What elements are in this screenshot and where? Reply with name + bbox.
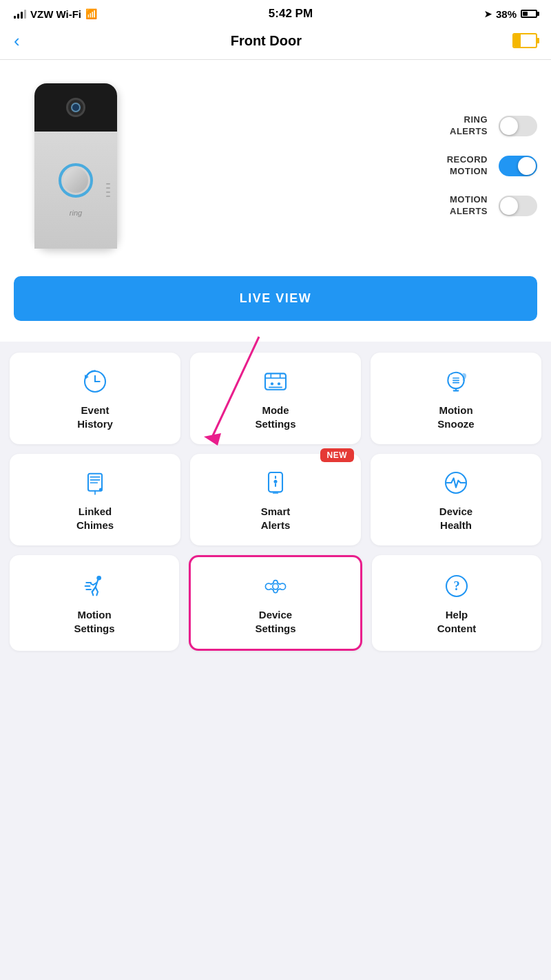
device-section: ring RINGALERTS RECORDMOTION MOTIONALERT… xyxy=(0,60,551,276)
svg-point-6 xyxy=(271,382,273,385)
ring-alerts-row: RINGALERTS xyxy=(450,114,537,138)
wifi-icon: 📶 xyxy=(85,8,97,19)
smart-alerts-label: SmartAlerts xyxy=(261,505,291,532)
motion-alerts-row: MOTIONALERTS xyxy=(450,194,537,218)
device-settings-label: DeviceSettings xyxy=(255,608,295,635)
help-content-label: HelpContent xyxy=(437,608,477,635)
motion-snooze-label: MotionSnooze xyxy=(437,404,474,430)
svg-point-18 xyxy=(99,488,103,492)
svg-point-22 xyxy=(274,480,278,483)
motion-snooze-card[interactable]: MotionSnooze xyxy=(371,353,541,444)
linked-chimes-card[interactable]: LinkedChimes xyxy=(10,454,180,545)
doorbell-brand: ring xyxy=(70,209,82,217)
record-motion-toggle[interactable] xyxy=(499,156,537,176)
event-history-card[interactable]: EventHistory xyxy=(10,353,180,444)
ring-alerts-label: RINGALERTS xyxy=(450,114,488,138)
record-motion-knob xyxy=(518,157,536,175)
health-icon xyxy=(442,469,470,497)
device-settings-card[interactable]: DeviceSettings xyxy=(189,555,362,651)
status-left: VZW Wi-Fi 📶 xyxy=(14,8,97,20)
mode-settings-card[interactable]: ModeSettings xyxy=(190,353,361,444)
carrier-label: VZW Wi-Fi xyxy=(30,8,81,20)
device-image: ring xyxy=(14,76,138,256)
doorbell-lens xyxy=(71,103,81,112)
motion-alerts-knob xyxy=(500,197,518,215)
ring-alerts-knob xyxy=(500,117,518,135)
doorbell-button xyxy=(59,163,93,198)
toggles-section: RINGALERTS RECORDMOTION MOTIONALERTS xyxy=(447,114,537,217)
ring-doorbell-image: ring xyxy=(34,83,117,249)
battery-percent: 38% xyxy=(496,8,517,20)
status-bar: VZW Wi-Fi 📶 5:42 PM ➤ 38% xyxy=(0,0,551,25)
linked-chimes-label: LinkedChimes xyxy=(76,505,114,532)
status-right: ➤ 38% xyxy=(484,8,537,20)
back-button[interactable]: ‹ xyxy=(14,32,20,50)
record-motion-row: RECORDMOTION xyxy=(447,154,537,178)
battery-icon xyxy=(521,10,537,18)
help-icon: ? xyxy=(443,572,470,600)
mode-settings-icon xyxy=(262,368,289,395)
svg-point-32 xyxy=(273,584,278,590)
doorbell-button-inner xyxy=(63,168,88,193)
live-view-button[interactable]: LIVE VIEW xyxy=(14,276,537,321)
help-content-card[interactable]: ? HelpContent xyxy=(372,555,541,651)
svg-text:?: ? xyxy=(453,579,459,593)
device-health-label: DeviceHealth xyxy=(439,505,472,532)
gear-icon xyxy=(262,572,289,600)
svg-point-28 xyxy=(96,576,101,581)
motion-alerts-label: MOTIONALERTS xyxy=(450,194,488,218)
grid-row-3: MotionSettings DeviceSettings ? HelpCont… xyxy=(10,555,541,651)
smart-alerts-icon xyxy=(262,469,289,497)
smart-alerts-card[interactable]: NEW SmartAlerts xyxy=(190,454,361,545)
history-icon xyxy=(81,368,109,395)
new-badge: NEW xyxy=(320,448,355,462)
motion-settings-label: MotionSettings xyxy=(74,608,114,635)
doorbell-top xyxy=(34,83,117,132)
doorbell-vents xyxy=(106,183,110,197)
status-time: 5:42 PM xyxy=(269,7,313,21)
grid-row-2: LinkedChimes NEW SmartAlerts xyxy=(10,454,541,545)
grid-row-1: EventHistory ModeSettings xyxy=(10,353,541,444)
doorbell-body: ring xyxy=(34,132,117,249)
nav-bar: ‹ Front Door xyxy=(0,25,551,60)
doorbell-camera xyxy=(66,98,85,117)
chimes-icon xyxy=(81,469,109,497)
mode-settings-label: ModeSettings xyxy=(255,404,295,430)
svg-point-7 xyxy=(278,382,280,385)
motion-alerts-toggle[interactable] xyxy=(499,196,537,216)
device-battery-indicator xyxy=(512,33,537,48)
ring-alerts-toggle[interactable] xyxy=(499,116,537,136)
grid-section: EventHistory ModeSettings xyxy=(0,342,551,662)
signal-bars xyxy=(14,9,26,19)
motion-icon xyxy=(81,572,108,600)
device-health-card[interactable]: DeviceHealth xyxy=(371,454,541,545)
location-icon: ➤ xyxy=(484,9,492,19)
record-motion-label: RECORDMOTION xyxy=(447,154,488,178)
live-view-section: LIVE VIEW xyxy=(0,276,551,342)
motion-settings-card[interactable]: MotionSettings xyxy=(10,555,179,651)
event-history-label: EventHistory xyxy=(77,404,113,430)
page-title: Front Door xyxy=(231,33,302,49)
snooze-icon xyxy=(442,368,470,395)
